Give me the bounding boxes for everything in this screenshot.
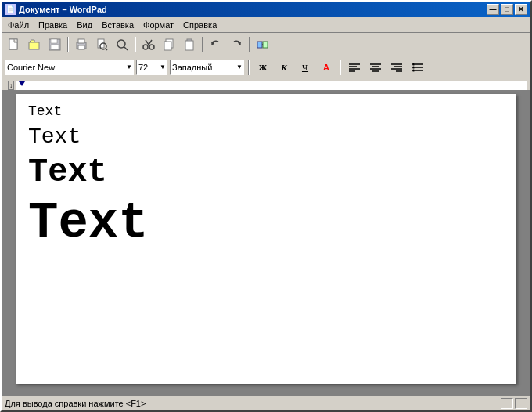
svg-rect-23: [263, 42, 268, 48]
align-left-button[interactable]: [345, 59, 364, 76]
copy-button[interactable]: [160, 36, 178, 53]
align-right-button[interactable]: [387, 59, 406, 76]
size-select-wrapper: 72 8 10 12 14 18 24 36 48 72 ▼: [136, 60, 167, 75]
document-page[interactable]: Text Text Text Text: [16, 94, 516, 384]
size-select[interactable]: 72 8 10 12 14 18 24 36 48 72: [136, 60, 167, 75]
underline-button[interactable]: Ч: [296, 59, 315, 76]
title-bar: 📄 Документ – WordPad — □ ✕: [2, 2, 530, 17]
svg-rect-2: [29, 42, 39, 49]
find-button[interactable]: [113, 36, 131, 53]
lang-select[interactable]: Западный: [170, 60, 244, 75]
status-panel-1: [501, 398, 513, 409]
svg-point-12: [117, 40, 125, 48]
text-line-1: Text: [28, 103, 504, 121]
svg-line-13: [124, 47, 128, 50]
minimize-button[interactable]: —: [487, 4, 499, 15]
svg-rect-5: [51, 45, 59, 49]
svg-rect-7: [78, 39, 84, 43]
ruler: ↕: [2, 78, 530, 91]
link-button[interactable]: [253, 36, 272, 53]
cut-button[interactable]: [139, 36, 158, 53]
separator-1: [67, 37, 69, 52]
new-button[interactable]: [5, 36, 23, 53]
menu-file[interactable]: Файл: [3, 19, 34, 31]
svg-rect-19: [185, 41, 193, 50]
menu-insert[interactable]: Вставка: [97, 19, 138, 31]
text-line-3: Text: [28, 153, 504, 192]
format-toolbar: Courier New Arial Times New Roman ▼ 72 8…: [2, 56, 530, 78]
svg-line-11: [106, 49, 107, 50]
menu-format[interactable]: Формат: [138, 19, 178, 31]
svg-point-15: [149, 45, 154, 49]
svg-point-41: [412, 69, 415, 71]
status-panel-2: [515, 398, 527, 409]
window-title: Документ – WordPad: [19, 5, 107, 14]
separator-3: [202, 37, 203, 52]
svg-rect-1: [9, 39, 17, 49]
menu-view[interactable]: Вид: [72, 19, 97, 31]
status-panels: [501, 398, 527, 409]
undo-button[interactable]: [207, 36, 225, 53]
toolbar: [2, 33, 530, 56]
separator-4: [249, 37, 250, 52]
svg-rect-17: [164, 42, 171, 50]
svg-rect-8: [78, 45, 84, 49]
bullets-button[interactable]: [408, 59, 427, 76]
fmt-separator-2: [340, 60, 341, 75]
close-button[interactable]: ✕: [515, 4, 527, 15]
print-button[interactable]: [72, 36, 91, 53]
text-line-4: Text: [28, 196, 504, 251]
menu-edit[interactable]: Правка: [34, 19, 72, 31]
status-bar: Для вывода справки нажмите <F1>: [2, 395, 530, 410]
window-icon: 📄: [5, 4, 16, 15]
status-text: Для вывода справки нажмите <F1>: [5, 399, 501, 408]
lang-select-wrapper: Западный ▼: [170, 60, 244, 75]
open-button[interactable]: [25, 36, 44, 53]
color-button[interactable]: А: [317, 59, 336, 76]
redo-button[interactable]: [227, 36, 246, 53]
menu-bar: Файл Правка Вид Вставка Формат Справка: [2, 17, 530, 33]
font-select-wrapper: Courier New Arial Times New Roman ▼: [5, 60, 134, 75]
svg-point-14: [143, 45, 148, 49]
svg-rect-4: [51, 39, 57, 43]
font-select[interactable]: Courier New Arial Times New Roman: [5, 60, 134, 75]
ruler-inner: [16, 81, 527, 90]
ruler-indent-marker: [19, 81, 25, 86]
document-area: Text Text Text Text: [2, 91, 530, 395]
align-center-button[interactable]: [366, 59, 385, 76]
svg-point-37: [412, 63, 415, 65]
fmt-separator-1: [248, 60, 250, 75]
maximize-button[interactable]: □: [501, 4, 513, 15]
title-controls: — □ ✕: [487, 4, 527, 15]
save-button[interactable]: [45, 36, 64, 53]
menu-help[interactable]: Справка: [178, 19, 221, 31]
svg-rect-22: [257, 42, 262, 48]
color-label: А: [323, 63, 329, 72]
italic-button[interactable]: К: [275, 59, 293, 76]
bold-button[interactable]: Ж: [253, 59, 272, 76]
svg-point-39: [412, 66, 415, 68]
separator-2: [135, 37, 136, 52]
main-window: 📄 Документ – WordPad — □ ✕ Файл Правка В…: [0, 0, 532, 412]
paste-button[interactable]: [180, 36, 199, 53]
text-line-2: Text: [28, 124, 504, 150]
print-preview-button[interactable]: [92, 36, 111, 53]
